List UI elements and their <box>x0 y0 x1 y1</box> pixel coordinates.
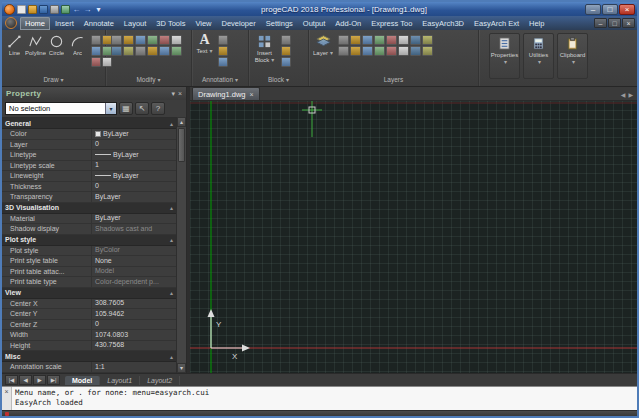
property-row[interactable]: Center Y105.9462 <box>2 309 176 320</box>
select-objects-button[interactable]: ↖ <box>135 102 149 115</box>
property-row[interactable]: Print table attac...Model <box>2 267 176 278</box>
plot-preview-icon[interactable] <box>61 5 70 14</box>
property-section-header[interactable]: General▴ <box>2 118 176 129</box>
tool-icon[interactable] <box>350 46 361 56</box>
tool-icon[interactable] <box>374 35 385 45</box>
annotation-group-button[interactable]: Annotation▾ <box>192 74 248 86</box>
layers-group-button[interactable]: Layers <box>309 74 478 86</box>
close-icon[interactable]: × <box>250 91 254 98</box>
tab-scroll-right-icon[interactable]: ▶ <box>628 91 633 98</box>
property-row[interactable]: LinetypeByLayer <box>2 150 176 161</box>
tool-icon[interactable] <box>362 46 373 56</box>
polyline-tool-button[interactable]: Polyline <box>25 32 46 57</box>
save-file-icon[interactable] <box>39 5 48 14</box>
tool-icon[interactable] <box>171 35 182 45</box>
menu-tab-add-on[interactable]: Add-On <box>330 17 366 30</box>
tool-icon[interactable] <box>111 35 122 45</box>
menu-tab-view[interactable]: View <box>190 17 216 30</box>
tool-icon[interactable] <box>91 35 101 45</box>
tool-icon[interactable] <box>281 46 291 56</box>
tool-icon[interactable] <box>218 35 228 45</box>
app-logo-icon[interactable] <box>4 4 15 15</box>
property-row[interactable]: LineweightByLayer <box>2 171 176 182</box>
layout-tab-model[interactable]: Model <box>65 376 100 385</box>
menu-tab-home[interactable]: Home <box>20 17 50 30</box>
scroll-up-button[interactable]: ▴ <box>177 117 186 127</box>
property-section-header[interactable]: View▴ <box>2 288 176 299</box>
tool-icon[interactable] <box>422 35 433 45</box>
menu-tab-settings[interactable]: Settings <box>261 17 298 30</box>
close-icon[interactable]: × <box>178 90 182 98</box>
child-restore-button[interactable]: □ <box>608 18 621 28</box>
tool-icon[interactable] <box>135 35 146 45</box>
tool-icon[interactable] <box>410 46 421 56</box>
menu-tab-developer[interactable]: Developer <box>217 17 261 30</box>
tool-icon[interactable] <box>398 35 409 45</box>
menu-tab-insert[interactable]: Insert <box>50 17 79 30</box>
first-layout-button[interactable]: |◀ <box>5 375 18 385</box>
child-close-button[interactable]: × <box>622 18 635 28</box>
command-window[interactable]: × Menu name, or . for none: menu=easyarc… <box>2 386 637 410</box>
layout-tab-layout2[interactable]: Layout2 <box>140 376 180 385</box>
menu-tab-output[interactable]: Output <box>298 17 331 30</box>
property-scrollbar[interactable]: ▴ ▾ <box>176 117 186 373</box>
chevron-down-icon[interactable]: ▾ <box>105 103 116 114</box>
tool-icon[interactable] <box>374 46 385 56</box>
open-file-icon[interactable] <box>28 5 37 14</box>
tool-icon[interactable] <box>159 35 170 45</box>
property-row[interactable]: Center X308.7605 <box>2 299 176 310</box>
menu-tab-help[interactable]: Help <box>524 17 549 30</box>
clipboard-panel-button[interactable]: Clipboard▾ <box>557 33 588 79</box>
layout-tab-layout1[interactable]: Layout1 <box>100 376 140 385</box>
property-row[interactable]: Thickness0 <box>2 182 176 193</box>
menu-tab-3d-tools[interactable]: 3D Tools <box>151 17 190 30</box>
close-icon[interactable]: × <box>4 388 8 395</box>
document-tab[interactable]: Drawing1.dwg × <box>192 87 260 100</box>
property-row[interactable]: TransparencyByLayer <box>2 192 176 203</box>
property-row[interactable]: Plot styleByColor <box>2 246 176 257</box>
tool-icon[interactable] <box>218 46 228 56</box>
property-row[interactable]: Print style tableNone <box>2 256 176 267</box>
tool-icon[interactable] <box>338 35 349 45</box>
arc-tool-button[interactable]: Arc <box>67 32 88 57</box>
menu-tab-layout[interactable]: Layout <box>119 17 152 30</box>
child-minimize-button[interactable]: – <box>594 18 607 28</box>
property-row[interactable]: Layer0 <box>2 140 176 151</box>
menu-tab-easyarch3d[interactable]: EasyArch3D <box>417 17 469 30</box>
property-section-header[interactable]: Misc▴ <box>2 351 176 362</box>
tool-icon[interactable] <box>123 35 134 45</box>
text-tool-button[interactable]: A Text▾ <box>194 32 215 55</box>
tool-icon[interactable] <box>410 35 421 45</box>
tool-icon[interactable] <box>147 46 158 56</box>
property-row[interactable]: Linetype scale1 <box>2 161 176 172</box>
property-row[interactable]: Width1074.0803 <box>2 330 176 341</box>
tool-icon[interactable] <box>422 46 433 56</box>
chevron-down-icon[interactable]: ▾ <box>171 90 175 98</box>
minimize-button[interactable]: – <box>585 4 601 15</box>
help-button[interactable]: ? <box>151 102 165 115</box>
tool-icon[interactable] <box>398 46 409 56</box>
properties-panel-button[interactable]: Properties▾ <box>489 33 520 79</box>
tool-icon[interactable] <box>91 46 101 56</box>
scroll-down-button[interactable]: ▾ <box>177 363 186 373</box>
new-file-icon[interactable] <box>17 5 26 14</box>
property-section-header[interactable]: 3D Visualisation▴ <box>2 203 176 214</box>
property-row[interactable]: Print table typeColor-dependent p... <box>2 277 176 288</box>
tool-icon[interactable] <box>123 46 134 56</box>
redo-icon[interactable]: → <box>83 5 92 14</box>
tool-icon[interactable] <box>135 46 146 56</box>
next-layout-button[interactable]: ▶ <box>33 375 46 385</box>
property-row[interactable]: Height430.7568 <box>2 341 176 352</box>
scrollbar-thumb[interactable] <box>178 128 185 162</box>
command-lines[interactable]: Menu name, or . for none: menu=easyarch.… <box>12 387 637 410</box>
circle-tool-button[interactable]: Circle <box>46 32 67 57</box>
tool-icon[interactable] <box>281 35 291 45</box>
prev-layout-button[interactable]: ◀ <box>19 375 32 385</box>
tool-icon[interactable] <box>362 35 373 45</box>
property-row[interactable]: Center Z0 <box>2 320 176 331</box>
insert-block-button[interactable]: Insert Block▾ <box>251 32 278 63</box>
menu-tab-express-too[interactable]: Express Too <box>366 17 417 30</box>
tool-icon[interactable] <box>350 35 361 45</box>
tool-icon[interactable] <box>281 57 291 67</box>
menu-tab-annotate[interactable]: Annotate <box>79 17 119 30</box>
